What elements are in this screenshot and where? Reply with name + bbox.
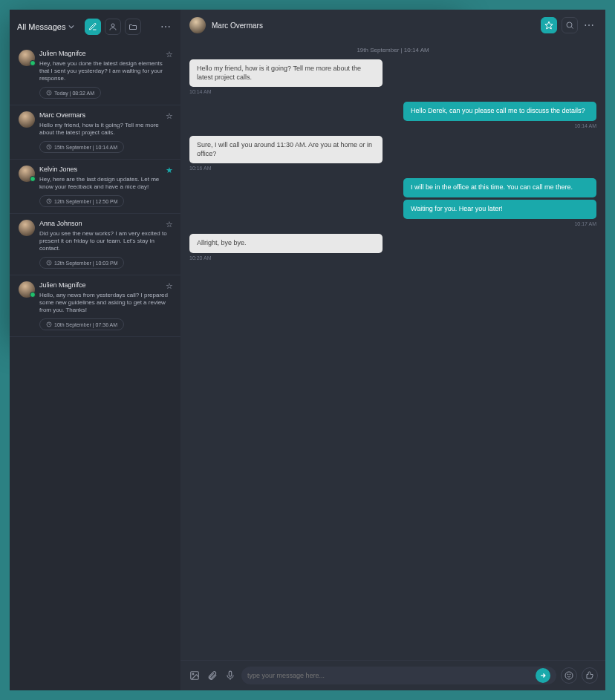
- conversation-preview: Hello my friend, how is it going? Tell m…: [39, 122, 173, 137]
- conversation-name: Julien Magnifce: [39, 50, 86, 57]
- conversation-timestamp: 15th September | 10:14 AM: [39, 141, 124, 153]
- conversation-preview: Hey, have you done the latest design ele…: [39, 60, 173, 82]
- list-more-button[interactable]: ⋯: [159, 21, 173, 33]
- conversation-avatar: [19, 220, 35, 236]
- message-timestamp: 10:14 AM: [189, 89, 462, 94]
- chat-bubble: Allright, bye bye.: [189, 234, 383, 253]
- clock-icon: [46, 198, 52, 204]
- chat-panel: Marc Overmars ⋯ 19th September | 10:14 A…: [180, 10, 462, 337]
- conversation-star-button[interactable]: ☆: [166, 111, 173, 121]
- conversation-name: Anna Johnson: [39, 220, 82, 227]
- conversation-avatar: [19, 50, 35, 66]
- conversation-item[interactable]: Anna Johnson ☆ Did you see the new works…: [10, 214, 180, 275]
- conversation-star-button[interactable]: ☆: [166, 50, 173, 59]
- conversation-list: All Messages ⋯ Julien Magnifce ☆: [10, 10, 180, 337]
- conversation-item[interactable]: Julien Magnifce ☆ Hey, have you done the…: [10, 44, 180, 105]
- conversation-star-button[interactable]: ★: [166, 166, 173, 175]
- contacts-button[interactable]: [105, 19, 121, 35]
- message-timestamp: 10:14 AM: [189, 123, 462, 128]
- conversation-preview: Hello, any news from yesterdays call? I …: [39, 292, 173, 314]
- message-timestamp: 10:17 AM: [189, 221, 462, 226]
- conversation-name: Julien Magnifce: [39, 281, 86, 289]
- conversation-item[interactable]: Kelvin Jones ★ Hey, here are the last de…: [10, 160, 180, 214]
- chat-partner-name: Marc Overmars: [212, 22, 263, 30]
- conversation-item[interactable]: Julien Magnifce ☆ Hello, any news from y…: [10, 275, 180, 337]
- clock-icon: [46, 260, 52, 266]
- conversation-star-button[interactable]: ☆: [166, 220, 173, 229]
- person-icon: [108, 22, 117, 31]
- clock-icon: [46, 90, 52, 96]
- chat-bubble: Hello my friend, how is it going? Tell m…: [189, 59, 383, 87]
- chat-bubble: I will be in the office at this time. Yo…: [403, 178, 462, 197]
- conversation-timestamp: Today | 08:32 AM: [39, 87, 101, 99]
- clock-icon: [46, 144, 52, 150]
- clock-icon: [46, 321, 52, 327]
- conversation-timestamp: 12th September | 10:03 PM: [39, 257, 124, 269]
- conversation-preview: Hey, here are the last design updates. L…: [39, 176, 173, 191]
- message-timestamp: 10:20 AM: [189, 255, 462, 261]
- compose-icon: [88, 22, 97, 31]
- chat-partner-avatar[interactable]: [189, 17, 206, 33]
- svg-point-2: [111, 24, 114, 27]
- conversation-name: Kelvin Jones: [39, 166, 77, 173]
- conversation-timestamp: 10th September | 07:36 AM: [39, 318, 124, 330]
- conversation-item[interactable]: Marc Overmars ☆ Hello my friend, how is …: [10, 105, 180, 160]
- conversation-avatar: [19, 166, 35, 182]
- message-list-title[interactable]: All Messages: [17, 22, 74, 31]
- folder-button[interactable]: [125, 19, 141, 35]
- conversation-star-button[interactable]: ☆: [166, 281, 173, 291]
- chat-bubble: Sure, I will call you around 11:30 AM. A…: [189, 136, 383, 163]
- chat-bubble: Waiting for you. Hear you later!: [403, 200, 462, 219]
- chevron-down-icon: [68, 24, 74, 30]
- conversation-avatar: [19, 281, 35, 298]
- conversation-name: Marc Overmars: [39, 111, 85, 119]
- chat-date-chip: 19th September | 10:14 AM: [189, 47, 462, 53]
- compose-button[interactable]: [85, 19, 101, 35]
- conversation-timestamp: 12th September | 12:50 PM: [39, 195, 124, 207]
- conversation-avatar: [19, 111, 35, 128]
- folder-icon: [128, 22, 137, 31]
- conversation-preview: Did you see the new works? I am very exc…: [39, 230, 173, 252]
- messaging-card: All Messages ⋯ Julien Magnifce ☆: [10, 10, 462, 337]
- chat-bubble: Hello Derek, can you please call me to d…: [403, 102, 462, 121]
- message-timestamp: 10:16 AM: [189, 166, 462, 171]
